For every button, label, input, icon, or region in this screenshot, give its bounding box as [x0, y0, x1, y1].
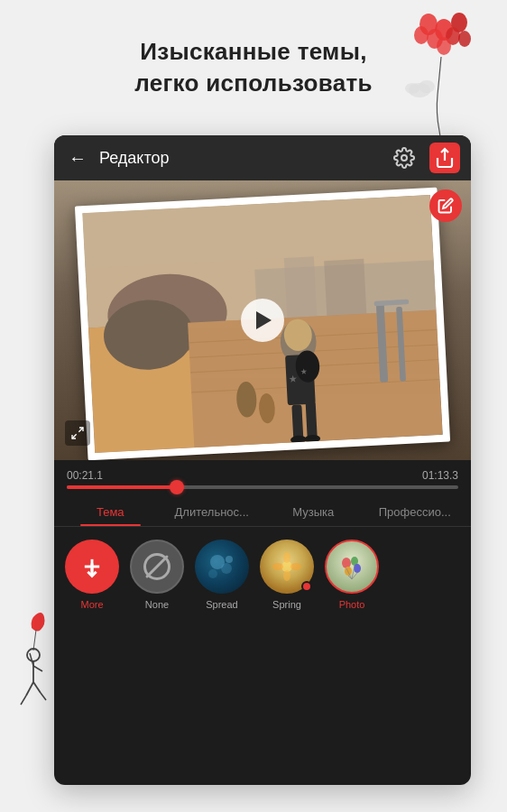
- top-bar: ← Редактор: [54, 135, 471, 180]
- svg-point-61: [221, 563, 232, 574]
- video-area: ★ ★: [54, 180, 471, 460]
- theme-spread-circle: [195, 540, 249, 594]
- play-button[interactable]: [241, 299, 284, 342]
- total-time: 01:13.3: [422, 469, 458, 482]
- svg-text:★: ★: [288, 373, 298, 384]
- timeline-progress: [67, 485, 177, 489]
- svg-point-66: [290, 563, 301, 570]
- svg-point-63: [226, 556, 233, 563]
- title-line1: Изысканные темы,: [140, 38, 366, 65]
- title-line2: легко использовать: [134, 69, 373, 97]
- svg-rect-48: [306, 401, 318, 438]
- svg-point-65: [283, 552, 290, 563]
- theme-spring-item[interactable]: Spring: [260, 540, 314, 610]
- timeline-bar[interactable]: [67, 485, 458, 489]
- svg-line-24: [41, 693, 46, 700]
- theme-spring-circle: [260, 540, 314, 594]
- back-button[interactable]: ←: [65, 148, 90, 169]
- tab-music[interactable]: Музыка: [263, 496, 364, 526]
- theme-none-label: None: [145, 599, 169, 610]
- svg-line-22: [33, 682, 41, 693]
- phone-mockup: ← Редактор: [54, 135, 471, 785]
- theme-spread-label: Spread: [206, 599, 237, 610]
- current-time: 00:21.1: [67, 469, 103, 482]
- themes-row: More None Spread: [54, 527, 471, 621]
- theme-photo-label: Photo: [339, 599, 365, 610]
- timeline-thumb[interactable]: [170, 480, 184, 494]
- svg-line-20: [33, 666, 42, 671]
- play-icon: [256, 311, 272, 329]
- tab-pro[interactable]: Профессио...: [364, 496, 466, 526]
- svg-line-55: [78, 428, 83, 432]
- svg-point-62: [208, 569, 217, 578]
- svg-line-21: [26, 682, 33, 696]
- edit-button[interactable]: [429, 189, 462, 222]
- svg-line-23: [21, 696, 26, 705]
- svg-point-25: [401, 155, 407, 161]
- timeline-area: 00:21.1 01:13.3: [54, 460, 471, 496]
- svg-rect-47: [291, 404, 303, 439]
- share-button[interactable]: [429, 143, 460, 173]
- theme-spread-item[interactable]: Spread: [195, 540, 249, 610]
- top-bar-icons: [390, 143, 460, 173]
- theme-none-circle: [130, 540, 184, 594]
- svg-point-68: [272, 563, 283, 570]
- svg-line-56: [72, 434, 77, 438]
- tab-theme[interactable]: Тема: [60, 496, 161, 526]
- tab-duration[interactable]: Длительнос...: [161, 496, 263, 526]
- theme-photo-item[interactable]: Photo: [325, 540, 379, 610]
- svg-point-69: [342, 558, 351, 568]
- svg-point-67: [283, 570, 290, 581]
- none-icon: [143, 553, 171, 580]
- theme-more-item[interactable]: More: [65, 540, 119, 610]
- theme-more-circle: [65, 540, 119, 594]
- svg-point-71: [354, 564, 361, 573]
- spring-download-dot: [301, 581, 312, 592]
- svg-text:★: ★: [300, 367, 308, 376]
- timeline-labels: 00:21.1 01:13.3: [67, 469, 458, 482]
- theme-photo-circle: [325, 540, 379, 594]
- screen-title: Редактор: [99, 149, 390, 168]
- theme-more-label: More: [80, 599, 103, 610]
- theme-none-item[interactable]: None: [130, 540, 184, 610]
- svg-point-17: [27, 649, 40, 661]
- svg-line-16: [33, 630, 36, 651]
- svg-line-19: [30, 653, 33, 666]
- tab-bar: Тема Длительнос... Музыка Профессио...: [54, 496, 471, 527]
- settings-button[interactable]: [390, 143, 419, 172]
- svg-point-72: [345, 567, 352, 576]
- fullscreen-button[interactable]: [65, 420, 90, 446]
- title-area: Изысканные темы, легко использовать: [0, 36, 507, 99]
- theme-spring-label: Spring: [272, 599, 301, 610]
